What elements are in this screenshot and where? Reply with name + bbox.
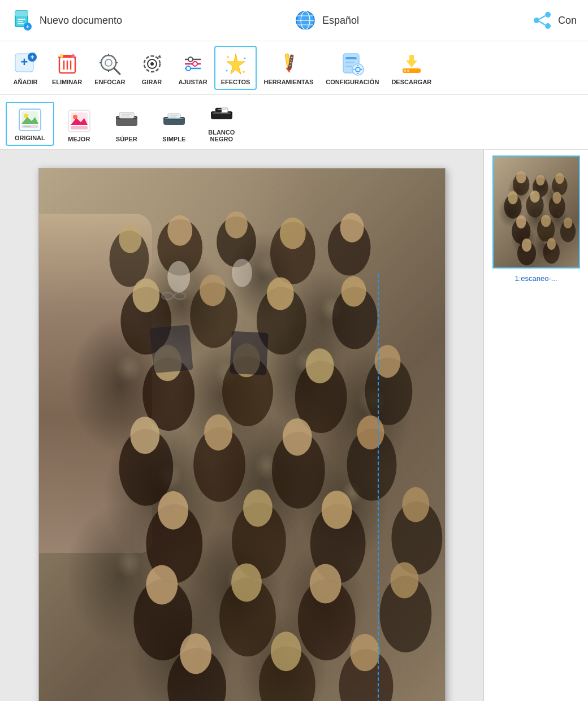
rotate-label: GIRAR	[142, 79, 162, 85]
toolbar-tools[interactable]: HERRAMIENTAS	[258, 47, 319, 89]
top-nav: + Nuevo documento Español	[0, 0, 588, 41]
scanned-photo[interactable]	[38, 168, 446, 701]
svg-rect-60	[345, 62, 354, 63]
toolbar-focus[interactable]: ENFOCAR	[89, 47, 131, 89]
toolbar-download[interactable]: DESCARGAR	[386, 47, 437, 89]
dashed-divider	[378, 274, 379, 701]
effects-label: EFECTOS	[221, 79, 250, 85]
svg-point-187	[563, 218, 572, 228]
svg-line-16	[539, 21, 545, 25]
svg-point-119	[200, 274, 226, 306]
svg-point-43	[188, 57, 193, 62]
delete-icon	[54, 50, 81, 77]
svg-point-167	[167, 261, 190, 292]
mejor-icon	[66, 107, 93, 135]
svg-point-47	[227, 56, 229, 58]
svg-point-36	[101, 55, 116, 70]
svg-point-14	[545, 23, 551, 29]
effect-original[interactable]: ORIGINAL	[6, 102, 54, 146]
language-button[interactable]: Español	[294, 9, 359, 32]
svg-rect-95	[168, 114, 180, 118]
effect-super[interactable]: SÚPER	[104, 104, 149, 146]
svg-point-49	[244, 58, 245, 59]
svg-point-181	[552, 192, 561, 204]
toolbar-effects[interactable]: EFECTOS	[214, 46, 257, 90]
svg-point-121	[266, 277, 293, 310]
effect-mejor[interactable]: MEJOR	[57, 104, 102, 146]
super-label: SÚPER	[116, 136, 137, 142]
effect-simple[interactable]: SIMPLE	[152, 104, 197, 146]
svg-rect-166	[230, 331, 269, 375]
focus-icon	[96, 50, 123, 77]
super-icon	[113, 107, 140, 135]
svg-point-135	[204, 414, 232, 451]
svg-point-48	[243, 71, 245, 73]
svg-rect-83	[71, 126, 88, 129]
share-icon	[531, 9, 554, 32]
svg-rect-165	[149, 324, 193, 373]
photo-inner	[39, 168, 445, 701]
delete-label: ELIMINAR	[52, 79, 82, 85]
svg-point-143	[243, 490, 272, 527]
svg-point-168	[232, 258, 252, 287]
toolbar-delete[interactable]: ELIMINAR	[46, 47, 88, 89]
toolbar-add[interactable]: + + AÑADIR	[6, 47, 45, 89]
svg-rect-3	[18, 21, 23, 22]
svg-point-155	[390, 562, 418, 598]
effects-icon	[222, 50, 249, 77]
svg-point-111	[279, 218, 305, 249]
effect-blanco-negro[interactable]: BLANCO NEGRO	[199, 98, 244, 146]
svg-point-141	[158, 491, 188, 529]
config-label: CONFIGURACIÓN	[326, 79, 379, 85]
document-icon: +	[11, 9, 34, 32]
svg-point-149	[146, 565, 178, 604]
tools-label: HERRAMIENTAS	[263, 79, 313, 85]
svg-point-153	[309, 564, 341, 603]
thumbnail-inner	[494, 157, 579, 267]
toolbar-adjust[interactable]: AJUSTAR	[173, 47, 213, 89]
svg-point-45	[186, 66, 191, 71]
svg-rect-61	[345, 66, 352, 67]
svg-point-139	[357, 416, 384, 449]
svg-point-137	[282, 418, 312, 456]
svg-point-179	[530, 191, 540, 202]
svg-point-185	[541, 215, 551, 227]
add-label: AÑADIR	[14, 79, 38, 85]
svg-point-171	[516, 171, 526, 183]
rotate-icon	[139, 50, 166, 77]
original-icon	[16, 106, 44, 133]
thumbnail-svg	[494, 157, 579, 267]
new-document-button[interactable]: + Nuevo documento	[11, 9, 122, 32]
sidebar: 1:escaneo-...	[483, 150, 588, 701]
main-toolbar: + + AÑADIR ELIMINAR	[0, 41, 588, 95]
share-button[interactable]: Con	[531, 9, 577, 32]
svg-point-129	[305, 348, 334, 383]
svg-text:+: +	[26, 24, 29, 30]
svg-point-160	[180, 633, 211, 674]
svg-point-113	[340, 213, 364, 243]
svg-point-177	[508, 191, 518, 204]
svg-point-123	[341, 276, 366, 306]
svg-point-13	[534, 18, 539, 23]
svg-line-57	[289, 66, 291, 66]
svg-point-28	[71, 54, 75, 58]
svg-point-27	[60, 54, 63, 58]
svg-point-162	[270, 631, 301, 671]
effects-toolbar: ORIGINAL MEJOR	[0, 95, 588, 150]
thumbnail[interactable]	[492, 155, 580, 269]
svg-line-55	[291, 60, 292, 60]
svg-rect-4	[18, 23, 24, 24]
thumbnail-label: 1:escaneo-...	[514, 274, 557, 283]
svg-rect-59	[345, 57, 357, 59]
svg-marker-46	[227, 54, 245, 74]
svg-point-175	[555, 173, 564, 184]
svg-text:+: +	[30, 53, 34, 61]
globe-icon	[294, 9, 317, 32]
download-label: DESCARGAR	[391, 79, 431, 85]
svg-text:+: +	[21, 55, 28, 69]
toolbar-rotate[interactable]: GIRAR	[132, 47, 172, 89]
svg-line-54	[291, 57, 293, 58]
svg-point-133	[130, 417, 159, 454]
toolbar-config[interactable]: CONFIGURACIÓN	[320, 47, 384, 89]
focus-label: ENFOCAR	[94, 79, 125, 85]
